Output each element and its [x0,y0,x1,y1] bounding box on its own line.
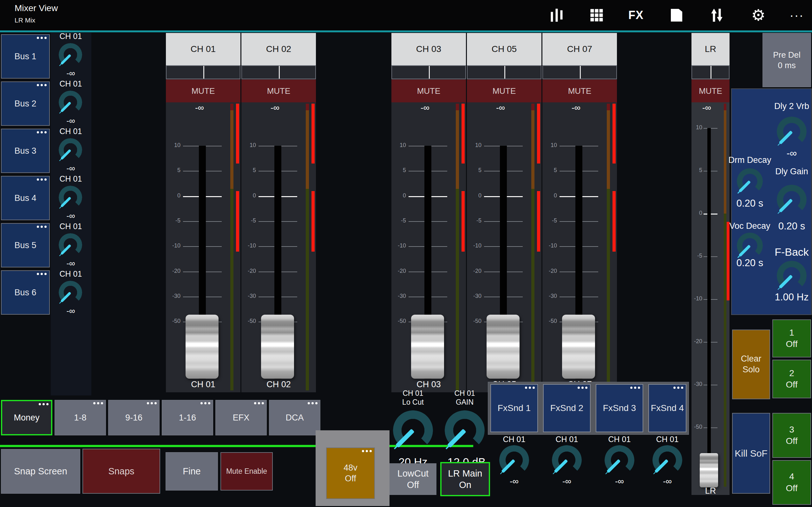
fx-send-button-3[interactable]: FxSnd 3 [596,384,643,432]
strip-header[interactable]: CH 07 [542,33,617,65]
layer-tab-9-16[interactable]: 9-16 [108,400,159,435]
fader-cap[interactable] [700,453,718,487]
scale-label: 5 [242,167,256,174]
pan-control[interactable] [392,65,466,79]
mute-button[interactable]: MUTE [467,79,542,102]
page-subtitle: LR Mix [14,16,35,24]
fx-knob-2[interactable] [737,168,763,194]
dot [200,402,203,404]
bus-button-5[interactable]: Bus 5 [1,223,50,268]
bus-send-knob-2[interactable] [59,91,82,114]
strip-header[interactable]: CH 05 [467,33,542,65]
fine-button[interactable]: Fine [165,452,218,491]
pan-control[interactable] [542,65,617,79]
mute-button[interactable]: MUTE [542,79,617,102]
bus-send-knob-6[interactable] [59,281,82,304]
fx-knob-5[interactable] [777,261,807,291]
mute-group-4-button[interactable]: 4Off [772,460,811,505]
layer-tab-dca[interactable]: DCA [269,400,320,435]
fx-knob-3[interactable] [777,185,807,215]
mute-button[interactable]: MUTE [392,79,466,102]
pan-control[interactable] [241,65,316,79]
pre-delay-button[interactable]: Pre Del 0 ms [763,33,811,87]
bus-send-knob-1[interactable] [59,43,82,66]
scale-label: 0 [543,192,557,199]
lr-main-button[interactable]: LR Main On [440,462,490,496]
bus-button-6[interactable]: Bus 6 [1,270,50,315]
fx-send-button-4[interactable]: FxSnd 4 [648,384,687,432]
fx-send-knob-label: CH 01 [594,435,645,444]
level-meter [306,110,309,189]
bus-label: Bus 6 [14,288,36,297]
bus-send-knob-5[interactable] [59,233,82,257]
sort-icon[interactable] [699,0,734,31]
file-icon[interactable] [659,0,694,31]
fx-send-button-1[interactable]: FxSnd 1 [490,384,538,432]
fx-send-button-2[interactable]: FxSnd 2 [543,384,591,432]
mute-enable-button[interactable]: Mute Enable [220,452,273,491]
mute-group-2-button[interactable]: 2Off [772,360,811,398]
dot [44,131,47,133]
mute-button[interactable]: MUTE [241,79,316,102]
strip-header[interactable]: LR [692,33,729,65]
fx-send-knob-4[interactable] [653,445,682,475]
fx-knob-4[interactable] [737,233,763,259]
layer-tab-money[interactable]: Money [1,400,52,435]
bus-button-3[interactable]: Bus 3 [1,129,50,173]
fx-send-knob-3[interactable] [605,445,635,475]
fx-send-knob-label: CH 01 [489,435,540,444]
layer-tab-1-16[interactable]: 1-16 [162,400,213,435]
scale-label: -10 [692,295,702,302]
pan-control[interactable] [166,65,241,79]
level-meter [456,110,459,189]
fader-cap[interactable] [411,315,444,379]
bus-button-2[interactable]: Bus 2 [1,81,50,126]
bus-button-4[interactable]: Bus 4 [1,176,50,220]
fader-track[interactable] [707,128,711,490]
strip-header[interactable]: CH 03 [392,33,466,65]
mute-group-3-button[interactable]: 3Off [772,413,811,458]
layer-tab-efx[interactable]: EFX [215,400,267,435]
bus-button-1[interactable]: Bus 1 [1,34,50,78]
pan-control[interactable] [467,65,542,79]
channel-grid-icon[interactable] [579,0,614,31]
fx-knob-1[interactable] [777,117,807,147]
scale-label: -20 [166,268,181,274]
mute-button[interactable]: MUTE [166,79,241,102]
dot [258,402,260,404]
dot [315,402,317,404]
fader-cap[interactable] [562,315,595,379]
more-icon[interactable]: ... [780,0,812,31]
meters-icon[interactable] [539,0,574,31]
mute-button[interactable]: MUTE [692,79,729,102]
gain-knob[interactable] [445,410,485,450]
fx-icon[interactable]: FX [618,0,653,31]
lo-cut-knob[interactable] [393,410,433,450]
dot [39,403,41,405]
fx-send-knob-2[interactable] [552,445,582,475]
bus-send-knob-4[interactable] [59,186,82,209]
clear-solo-button[interactable]: Clear Solo [732,330,770,399]
layer-tab-1-8[interactable]: 1-8 [55,400,106,435]
fader-cap[interactable] [186,315,218,379]
more-dots-icon [37,131,47,133]
scale-label: -50 [543,318,557,325]
snap-screen-button[interactable]: Snap Screen [1,449,80,494]
mute-group-1-button[interactable]: 1Off [772,320,811,357]
bus-send-knob-3[interactable] [59,138,82,162]
kill-sof-button[interactable]: Kill SoF [732,413,770,494]
strip-header[interactable]: CH 02 [241,33,316,65]
phantom-48v-button[interactable]: 48v Off [326,447,375,499]
strip-header[interactable]: CH 01 [166,33,241,65]
settings-icon[interactable]: ⚙ [741,0,776,31]
dot [308,402,310,404]
lowcut-button[interactable]: LowCut Off [390,463,437,495]
pan-control[interactable] [692,65,729,79]
fx-send-label: FxSnd 4 [651,403,684,413]
fader-cap[interactable] [487,315,519,379]
fader-cap[interactable] [261,315,294,379]
fx-send-knob-1[interactable] [499,445,529,475]
snaps-button[interactable]: Snaps [83,449,160,494]
scale-label: 10 [467,142,481,149]
fx-send-label: FxSnd 2 [550,403,583,413]
